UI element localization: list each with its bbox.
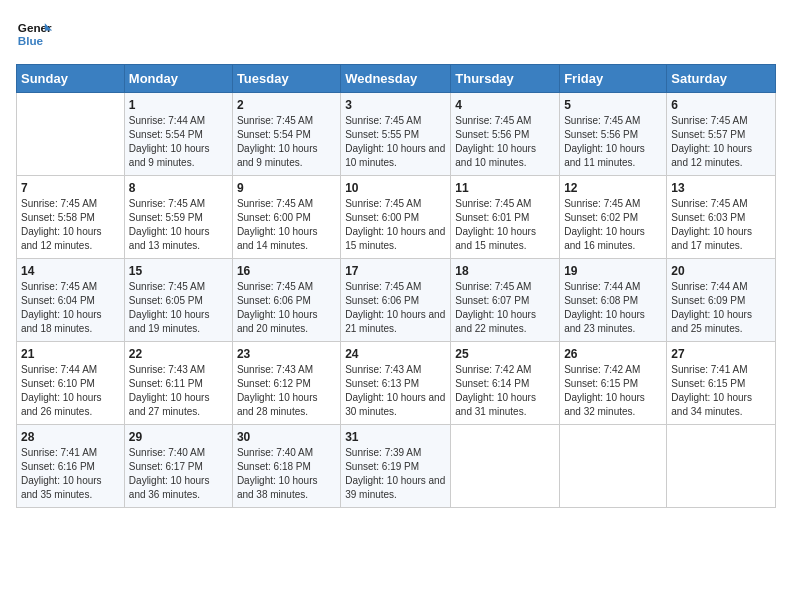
table-row: 21Sunrise: 7:44 AMSunset: 6:10 PMDayligh… — [17, 342, 125, 425]
day-number: 17 — [345, 264, 446, 278]
day-number: 10 — [345, 181, 446, 195]
table-row: 27Sunrise: 7:41 AMSunset: 6:15 PMDayligh… — [667, 342, 776, 425]
table-row: 30Sunrise: 7:40 AMSunset: 6:18 PMDayligh… — [232, 425, 340, 508]
day-number: 28 — [21, 430, 120, 444]
day-info: Sunrise: 7:45 AMSunset: 6:03 PMDaylight:… — [671, 197, 771, 253]
day-info: Sunrise: 7:45 AMSunset: 5:56 PMDaylight:… — [455, 114, 555, 170]
table-row: 29Sunrise: 7:40 AMSunset: 6:17 PMDayligh… — [124, 425, 232, 508]
day-info: Sunrise: 7:45 AMSunset: 6:02 PMDaylight:… — [564, 197, 662, 253]
header-monday: Monday — [124, 65, 232, 93]
day-number: 30 — [237, 430, 336, 444]
day-number: 18 — [455, 264, 555, 278]
table-row: 19Sunrise: 7:44 AMSunset: 6:08 PMDayligh… — [560, 259, 667, 342]
day-number: 8 — [129, 181, 228, 195]
day-info: Sunrise: 7:45 AMSunset: 6:05 PMDaylight:… — [129, 280, 228, 336]
day-number: 2 — [237, 98, 336, 112]
day-number: 7 — [21, 181, 120, 195]
calendar-week-row: 14Sunrise: 7:45 AMSunset: 6:04 PMDayligh… — [17, 259, 776, 342]
day-info: Sunrise: 7:40 AMSunset: 6:17 PMDaylight:… — [129, 446, 228, 502]
day-info: Sunrise: 7:45 AMSunset: 5:57 PMDaylight:… — [671, 114, 771, 170]
table-row: 28Sunrise: 7:41 AMSunset: 6:16 PMDayligh… — [17, 425, 125, 508]
table-row: 9Sunrise: 7:45 AMSunset: 6:00 PMDaylight… — [232, 176, 340, 259]
header-friday: Friday — [560, 65, 667, 93]
day-number: 31 — [345, 430, 446, 444]
table-row — [667, 425, 776, 508]
day-number: 22 — [129, 347, 228, 361]
day-number: 24 — [345, 347, 446, 361]
day-number: 14 — [21, 264, 120, 278]
table-row: 22Sunrise: 7:43 AMSunset: 6:11 PMDayligh… — [124, 342, 232, 425]
day-number: 13 — [671, 181, 771, 195]
day-number: 12 — [564, 181, 662, 195]
calendar-table: Sunday Monday Tuesday Wednesday Thursday… — [16, 64, 776, 508]
table-row: 2Sunrise: 7:45 AMSunset: 5:54 PMDaylight… — [232, 93, 340, 176]
table-row: 13Sunrise: 7:45 AMSunset: 6:03 PMDayligh… — [667, 176, 776, 259]
day-info: Sunrise: 7:45 AMSunset: 5:54 PMDaylight:… — [237, 114, 336, 170]
day-info: Sunrise: 7:43 AMSunset: 6:12 PMDaylight:… — [237, 363, 336, 419]
weekday-header-row: Sunday Monday Tuesday Wednesday Thursday… — [17, 65, 776, 93]
table-row: 7Sunrise: 7:45 AMSunset: 5:58 PMDaylight… — [17, 176, 125, 259]
day-info: Sunrise: 7:45 AMSunset: 5:56 PMDaylight:… — [564, 114, 662, 170]
day-number: 26 — [564, 347, 662, 361]
table-row: 1Sunrise: 7:44 AMSunset: 5:54 PMDaylight… — [124, 93, 232, 176]
day-number: 11 — [455, 181, 555, 195]
day-info: Sunrise: 7:43 AMSunset: 6:11 PMDaylight:… — [129, 363, 228, 419]
header-sunday: Sunday — [17, 65, 125, 93]
day-number: 6 — [671, 98, 771, 112]
table-row: 12Sunrise: 7:45 AMSunset: 6:02 PMDayligh… — [560, 176, 667, 259]
calendar-week-row: 1Sunrise: 7:44 AMSunset: 5:54 PMDaylight… — [17, 93, 776, 176]
day-info: Sunrise: 7:44 AMSunset: 6:08 PMDaylight:… — [564, 280, 662, 336]
day-info: Sunrise: 7:45 AMSunset: 6:04 PMDaylight:… — [21, 280, 120, 336]
day-number: 19 — [564, 264, 662, 278]
table-row — [451, 425, 560, 508]
logo-icon: General Blue — [16, 16, 52, 52]
table-row — [560, 425, 667, 508]
day-info: Sunrise: 7:41 AMSunset: 6:16 PMDaylight:… — [21, 446, 120, 502]
table-row: 24Sunrise: 7:43 AMSunset: 6:13 PMDayligh… — [341, 342, 451, 425]
header-saturday: Saturday — [667, 65, 776, 93]
day-number: 4 — [455, 98, 555, 112]
day-number: 16 — [237, 264, 336, 278]
table-row: 15Sunrise: 7:45 AMSunset: 6:05 PMDayligh… — [124, 259, 232, 342]
day-info: Sunrise: 7:44 AMSunset: 6:10 PMDaylight:… — [21, 363, 120, 419]
day-info: Sunrise: 7:45 AMSunset: 6:06 PMDaylight:… — [237, 280, 336, 336]
day-info: Sunrise: 7:45 AMSunset: 5:59 PMDaylight:… — [129, 197, 228, 253]
day-number: 5 — [564, 98, 662, 112]
table-row: 5Sunrise: 7:45 AMSunset: 5:56 PMDaylight… — [560, 93, 667, 176]
table-row — [17, 93, 125, 176]
calendar-week-row: 7Sunrise: 7:45 AMSunset: 5:58 PMDaylight… — [17, 176, 776, 259]
day-info: Sunrise: 7:43 AMSunset: 6:13 PMDaylight:… — [345, 363, 446, 419]
day-number: 15 — [129, 264, 228, 278]
table-row: 23Sunrise: 7:43 AMSunset: 6:12 PMDayligh… — [232, 342, 340, 425]
day-number: 25 — [455, 347, 555, 361]
table-row: 26Sunrise: 7:42 AMSunset: 6:15 PMDayligh… — [560, 342, 667, 425]
table-row: 18Sunrise: 7:45 AMSunset: 6:07 PMDayligh… — [451, 259, 560, 342]
day-info: Sunrise: 7:45 AMSunset: 6:01 PMDaylight:… — [455, 197, 555, 253]
day-number: 29 — [129, 430, 228, 444]
table-row: 11Sunrise: 7:45 AMSunset: 6:01 PMDayligh… — [451, 176, 560, 259]
table-row: 4Sunrise: 7:45 AMSunset: 5:56 PMDaylight… — [451, 93, 560, 176]
table-row: 17Sunrise: 7:45 AMSunset: 6:06 PMDayligh… — [341, 259, 451, 342]
day-number: 20 — [671, 264, 771, 278]
day-info: Sunrise: 7:45 AMSunset: 6:06 PMDaylight:… — [345, 280, 446, 336]
header-wednesday: Wednesday — [341, 65, 451, 93]
day-info: Sunrise: 7:44 AMSunset: 5:54 PMDaylight:… — [129, 114, 228, 170]
calendar-week-row: 28Sunrise: 7:41 AMSunset: 6:16 PMDayligh… — [17, 425, 776, 508]
table-row: 25Sunrise: 7:42 AMSunset: 6:14 PMDayligh… — [451, 342, 560, 425]
svg-text:Blue: Blue — [18, 34, 44, 47]
day-info: Sunrise: 7:40 AMSunset: 6:18 PMDaylight:… — [237, 446, 336, 502]
day-number: 9 — [237, 181, 336, 195]
day-info: Sunrise: 7:42 AMSunset: 6:15 PMDaylight:… — [564, 363, 662, 419]
logo: General Blue — [16, 16, 58, 52]
day-number: 3 — [345, 98, 446, 112]
day-info: Sunrise: 7:41 AMSunset: 6:15 PMDaylight:… — [671, 363, 771, 419]
day-info: Sunrise: 7:39 AMSunset: 6:19 PMDaylight:… — [345, 446, 446, 502]
day-info: Sunrise: 7:45 AMSunset: 6:07 PMDaylight:… — [455, 280, 555, 336]
day-info: Sunrise: 7:45 AMSunset: 5:58 PMDaylight:… — [21, 197, 120, 253]
day-number: 23 — [237, 347, 336, 361]
day-info: Sunrise: 7:45 AMSunset: 6:00 PMDaylight:… — [237, 197, 336, 253]
day-number: 21 — [21, 347, 120, 361]
day-info: Sunrise: 7:44 AMSunset: 6:09 PMDaylight:… — [671, 280, 771, 336]
table-row: 20Sunrise: 7:44 AMSunset: 6:09 PMDayligh… — [667, 259, 776, 342]
table-row: 6Sunrise: 7:45 AMSunset: 5:57 PMDaylight… — [667, 93, 776, 176]
